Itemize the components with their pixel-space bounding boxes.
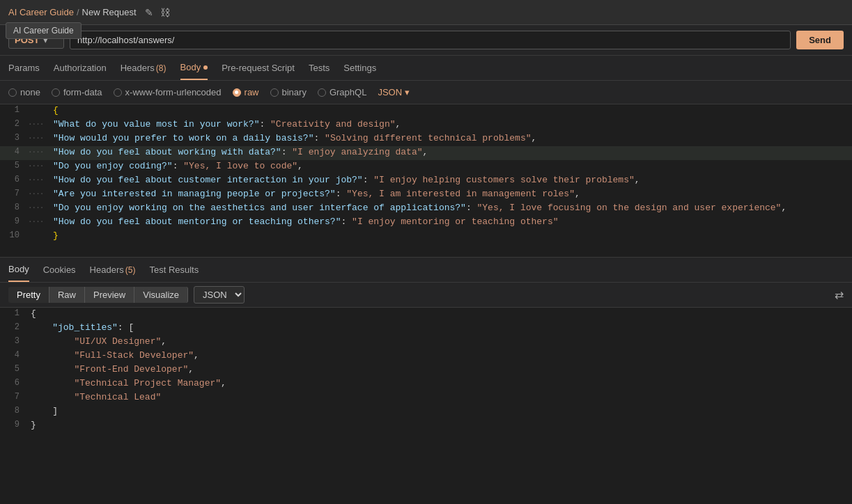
resp-tab-test-results[interactable]: Test Results	[149, 258, 199, 282]
breadcrumb: AI Career Guide / New Request ✎ ⛓	[8, 7, 170, 18]
resp-line-content: {	[28, 308, 852, 320]
line-content: "Are you interested in managing people o…	[50, 188, 852, 200]
body-type-form-data[interactable]: form-data	[52, 87, 102, 97]
format-preview-button[interactable]: Preview	[85, 287, 134, 303]
resp-line-number: 2	[0, 322, 28, 332]
code-line: 6····"How do you feel about customer int…	[0, 174, 852, 188]
top-nav: AI Career Guide / New Request ✎ ⛓ AI Car…	[0, 0, 852, 25]
request-bar: POST ▾ Send	[0, 25, 852, 56]
line-number: 10	[0, 230, 28, 240]
line-content: "How do you feel about working with data…	[50, 146, 852, 158]
wrap-icon[interactable]: ⇄	[835, 288, 844, 301]
request-tabs: Params Authorization Headers(8) Body Pre…	[0, 56, 852, 81]
line-indent: ····	[28, 160, 50, 170]
line-content: "What do you value most in your work?": …	[50, 118, 852, 130]
tab-headers[interactable]: Headers(8)	[121, 56, 166, 80]
response-toolbar: Pretty Raw Preview Visualize JSON ⇄	[0, 283, 852, 308]
code-line: 8····"Do you enjoy working on the aesthe…	[0, 202, 852, 216]
link-icon[interactable]: ⛓	[160, 7, 170, 18]
format-visualize-button[interactable]: Visualize	[134, 287, 188, 303]
response-json-select[interactable]: JSON	[194, 286, 245, 304]
line-indent: ····	[28, 188, 50, 198]
line-indent	[28, 230, 50, 231]
code-line: 10}	[0, 230, 852, 244]
resp-line-content: "Front-End Developer",	[28, 363, 852, 375]
resp-line-content: "Full-Stack Developer",	[28, 349, 852, 361]
send-button[interactable]: Send	[796, 31, 844, 49]
format-raw-button[interactable]: Raw	[49, 287, 85, 303]
response-tabs: Body Cookies Headers (5) Test Results	[0, 258, 852, 283]
line-indent: ····	[28, 118, 50, 128]
body-dot	[203, 65, 208, 70]
line-indent: ····	[28, 216, 50, 226]
line-indent: ····	[28, 146, 50, 156]
body-type-raw[interactable]: raw	[233, 87, 259, 97]
resp-code-line: 3 "UI/UX Designer",	[0, 336, 852, 349]
radio-inner	[235, 90, 238, 94]
resp-tab-body[interactable]: Body	[8, 258, 29, 282]
resp-tab-headers[interactable]: Headers (5)	[90, 258, 136, 282]
nav-link-collection[interactable]: AI Career Guide	[8, 7, 74, 17]
line-number: 7	[0, 188, 28, 198]
resp-code-line: 8 ]	[0, 405, 852, 419]
line-content: "Do you enjoy working on the aesthetics …	[50, 202, 852, 214]
code-line: 3····"How would you prefer to work on a …	[0, 132, 852, 146]
tab-pre-request[interactable]: Pre-request Script	[222, 56, 295, 80]
body-type-none[interactable]: none	[8, 87, 40, 97]
resp-line-content: "job_titles": [	[28, 322, 852, 333]
resp-line-content: }	[28, 419, 852, 431]
tooltip: AI Career Guide	[6, 22, 82, 39]
request-code-editor[interactable]: 1{2····"What do you value most in your w…	[0, 104, 852, 258]
resp-code-line: 6 "Technical Project Manager",	[0, 377, 852, 391]
tab-settings[interactable]: Settings	[343, 56, 376, 80]
resp-line-number: 6	[0, 377, 28, 388]
resp-line-number: 4	[0, 349, 28, 360]
resp-line-number: 1	[0, 308, 28, 318]
tab-tests[interactable]: Tests	[309, 56, 330, 80]
radio-graphql	[318, 88, 326, 97]
json-format-dropdown[interactable]: JSON ▾	[378, 87, 410, 97]
format-pretty-button[interactable]: Pretty	[8, 287, 49, 303]
radio-raw	[233, 88, 241, 97]
json-dropdown-icon: ▾	[405, 87, 410, 97]
resp-code-line: 4 "Full-Stack Developer",	[0, 349, 852, 363]
body-type-graphql[interactable]: GraphQL	[318, 87, 366, 97]
code-line: 9····"How do you feel about mentoring or…	[0, 216, 852, 230]
tab-body[interactable]: Body	[180, 56, 208, 80]
resp-line-content: "UI/UX Designer",	[28, 336, 852, 347]
resp-line-number: 5	[0, 363, 28, 374]
response-code-area[interactable]: 1{2 "job_titles": [3 "UI/UX Designer",4 …	[0, 308, 852, 461]
line-content: "How do you feel about mentoring or teac…	[50, 216, 852, 228]
line-number: 3	[0, 132, 28, 143]
url-input[interactable]	[70, 31, 791, 49]
radio-none	[8, 88, 17, 97]
line-number: 9	[0, 216, 28, 226]
resp-line-content: ]	[28, 405, 852, 417]
resp-line-content: "Technical Lead"	[28, 391, 852, 403]
resp-line-number: 8	[0, 405, 28, 416]
edit-icon[interactable]: ✎	[145, 7, 153, 18]
line-content: }	[50, 230, 852, 242]
code-line: 2····"What do you value most in your wor…	[0, 118, 852, 132]
radio-urlencoded	[114, 88, 122, 97]
resp-code-line: 2 "job_titles": [	[0, 322, 852, 336]
resp-line-number: 9	[0, 419, 28, 430]
line-indent: ····	[28, 174, 50, 184]
line-number: 5	[0, 160, 28, 171]
tab-params[interactable]: Params	[8, 56, 40, 80]
code-line: 7····"Are you interested in managing peo…	[0, 188, 852, 202]
resp-code-line: 7 "Technical Lead"	[0, 391, 852, 405]
line-number: 2	[0, 118, 28, 129]
resp-code-line: 9}	[0, 419, 852, 433]
tab-authorization[interactable]: Authorization	[54, 56, 107, 80]
line-number: 4	[0, 146, 28, 157]
body-type-urlencoded[interactable]: x-www-form-urlencoded	[114, 87, 222, 97]
code-line: 5····"Do you enjoy coding?": "Yes, I lov…	[0, 160, 852, 174]
line-content: "How would you prefer to work on a daily…	[50, 132, 852, 144]
resp-line-content: "Technical Project Manager",	[28, 377, 852, 389]
resp-tab-cookies[interactable]: Cookies	[43, 258, 76, 282]
line-indent: ····	[28, 132, 50, 142]
body-type-binary[interactable]: binary	[270, 87, 307, 97]
code-line: 1{	[0, 104, 852, 118]
radio-binary	[270, 88, 279, 97]
